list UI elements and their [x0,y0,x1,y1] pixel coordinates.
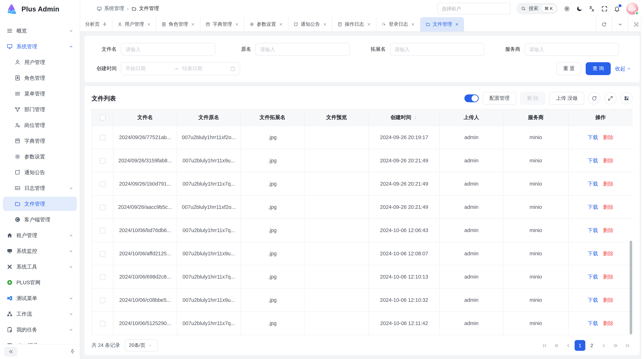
tab-role-mgmt[interactable]: 角色管理 [156,17,200,31]
row-checkbox[interactable] [100,274,105,280]
column-header[interactable]: 文件名 [113,109,177,126]
breadcrumb-system-mgmt[interactable]: 系统管理 [96,5,124,12]
tab-param-settings[interactable]: 参数设置 [244,17,288,31]
row-checkbox[interactable] [100,297,105,303]
page-button-1[interactable]: 1 [574,340,585,351]
sidebar-item-tenant-mgmt[interactable]: 租户管理 [3,228,77,242]
translate-icon[interactable]: 文A [588,5,595,12]
provider-input[interactable] [524,43,619,56]
tab-user-mgmt[interactable]: 用户管理 [112,17,156,31]
window-scrollbar-track[interactable] [641,17,644,359]
tab-notice[interactable]: 通知公告 [288,17,332,31]
download-link[interactable]: 下载 [588,320,598,326]
delete-link[interactable]: 删除 [603,157,614,163]
close-icon[interactable] [190,22,195,26]
hamburger-menu-icon[interactable] [86,5,92,12]
sidebar-pin-icon[interactable] [70,349,76,355]
sidebar-item-my-tasks[interactable]: 我的任务 [3,323,77,337]
reset-button[interactable]: 重 置 [556,62,582,75]
sidebar-item-role-mgmt[interactable]: 角色管理 [3,71,77,85]
close-icon[interactable] [410,22,415,26]
upload-button[interactable]: 上传 没做 [549,92,584,105]
user-avatar[interactable] [626,2,638,15]
download-link[interactable]: 下载 [588,297,598,303]
jump-forward-button[interactable] [610,340,621,351]
config-mgmt-button[interactable]: 配置管理 [483,92,516,105]
sidebar-item-workflow[interactable]: 工作流 [3,307,77,321]
jump-back-button[interactable] [551,340,562,351]
sidebar-item-client-mgmt[interactable]: 客户端管理 [3,212,77,227]
column-settings-button[interactable] [620,92,632,104]
tab-op-log[interactable]: 操作日志 [332,17,376,31]
close-icon[interactable] [234,22,239,26]
sidebar-item-file-mgmt[interactable]: 文件管理 [3,197,77,211]
list-toggle-switch[interactable] [464,94,479,102]
last-page-button[interactable] [622,340,632,351]
dark-mode-moon-icon[interactable] [576,5,583,12]
delete-link[interactable]: 删除 [603,297,614,303]
row-checkbox[interactable] [100,158,105,164]
refresh-tab-button[interactable] [596,17,612,31]
row-checkbox[interactable] [100,321,105,326]
download-link[interactable]: 下载 [588,251,598,256]
download-link[interactable]: 下载 [588,181,598,186]
sidebar-item-dept-mgmt[interactable]: 部门管理 [3,102,77,117]
origin-name-input[interactable] [256,43,350,56]
sidebar-item-system-monitor[interactable]: 系统监控 [3,244,77,258]
close-icon[interactable] [366,22,371,26]
close-icon[interactable] [146,22,151,26]
row-checkbox[interactable] [100,135,105,140]
sidebar-item-test-menu[interactable]: 测试菜单 [3,291,77,305]
sidebar-item-system-mgmt[interactable]: 系统管理 [3,39,77,54]
date-range-input[interactable]: 开始日期 结束日期 [121,62,240,75]
sort-icon[interactable] [413,115,418,120]
sidebar-item-user-mgmt[interactable]: 用户管理 [3,55,77,69]
expand-table-button[interactable] [604,92,616,104]
file-name-input[interactable] [121,43,216,56]
delete-link[interactable]: 删除 [603,181,614,186]
tab-file-mgmt[interactable]: 文件管理 [420,17,464,31]
column-header[interactable]: 文件原名 [177,109,240,126]
sidebar-item-plus-site[interactable]: PLUS官网 [3,275,77,290]
delete-link[interactable]: 删除 [603,274,614,280]
collapse-filter-link[interactable]: 收起 [615,65,631,72]
prev-page-button[interactable] [563,340,574,351]
tab-dict-mgmt[interactable]: 字典管理 [200,17,244,31]
ext-name-input[interactable] [390,43,484,56]
fullscreen-icon[interactable] [601,5,608,12]
row-checkbox[interactable] [100,204,105,210]
next-page-button[interactable] [598,340,609,351]
column-header[interactable]: 创建时间 [369,109,440,126]
row-checkbox[interactable] [100,251,105,257]
delete-link[interactable]: 删除 [603,227,614,233]
sidebar-item-system-tools[interactable]: 系统工具 [3,260,77,274]
row-checkbox[interactable] [100,228,105,233]
close-icon[interactable] [278,22,283,26]
download-link[interactable]: 下载 [588,274,598,280]
tab-dropdown-button[interactable] [612,17,628,31]
sidebar-item-notice[interactable]: 通知公告 [3,165,77,179]
download-link[interactable]: 下载 [588,134,598,140]
delete-link[interactable]: 删除 [603,204,614,210]
sidebar-item-dict-mgmt[interactable]: 字典管理 [3,134,77,148]
delete-button[interactable]: 删 除 [520,92,545,105]
settings-gear-icon[interactable] [564,5,570,12]
breadcrumb-file-mgmt[interactable]: 文件管理 [132,5,159,12]
sidebar-item-menu-mgmt[interactable]: 菜单管理 [3,86,77,101]
sidebar-collapse-button[interactable] [4,347,17,357]
tenant-select-input[interactable] [437,3,510,14]
tab-login-log[interactable]: 登录日志 [376,17,420,31]
global-search-button[interactable]: 搜索 ⌘ K [516,3,558,14]
sidebar-item-overview[interactable]: 概览 [3,23,77,38]
column-header[interactable]: 服务商 [503,109,568,126]
tab-analysis[interactable]: 分析页 [80,17,112,31]
delete-link[interactable]: 删除 [603,251,614,256]
sidebar-item-log-mgmt[interactable]: DEV日志管理 [3,181,77,195]
refresh-list-button[interactable] [588,92,600,104]
download-link[interactable]: 下载 [588,227,598,233]
page-size-select[interactable]: 20条/页 [125,339,158,352]
row-checkbox[interactable] [100,181,105,187]
sidebar-item-post-mgmt[interactable]: 岗位管理 [3,118,77,132]
column-header[interactable]: 文件拓展名 [240,109,304,126]
download-link[interactable]: 下载 [588,204,598,210]
